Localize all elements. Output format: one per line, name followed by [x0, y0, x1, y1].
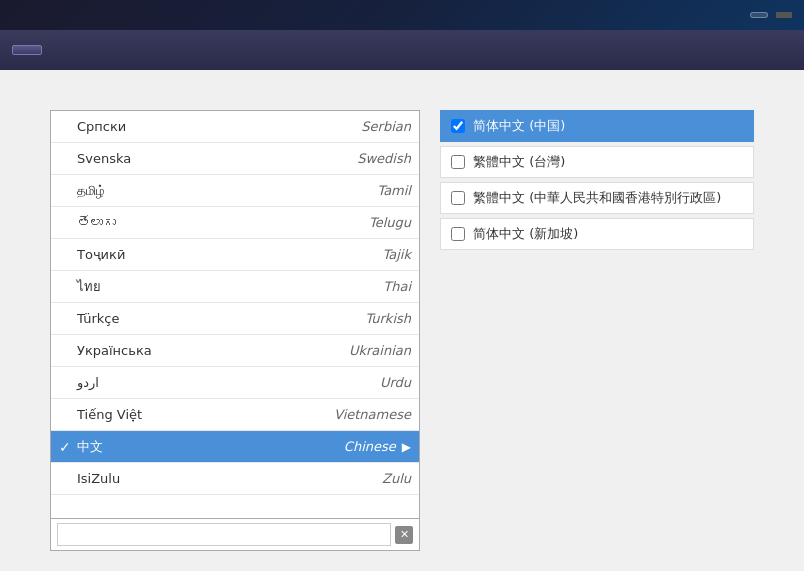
lang-english: Zulu	[311, 471, 411, 486]
lang-native: Тоҷикӣ	[77, 247, 311, 262]
lang-english: Vietnamese	[311, 407, 411, 422]
lang-native: தமிழ்	[77, 183, 311, 199]
lang-item[interactable]: ✓中文Chinese▶	[51, 431, 419, 463]
search-box: ✕	[51, 518, 419, 550]
search-clear-button[interactable]: ✕	[395, 526, 413, 544]
lang-english: Ukrainian	[311, 343, 411, 358]
locale-item[interactable]: 简体中文 (新加坡)	[440, 218, 754, 250]
lang-english: Thai	[311, 279, 411, 294]
lang-item[interactable]: தமிழ்Tamil	[51, 175, 419, 207]
main-content: СрпскиSerbianSvenskaSwedishதமிழ்Tamilతెల…	[0, 70, 804, 571]
lang-item[interactable]: IsiZuluZulu	[51, 463, 419, 495]
lang-native: Українська	[77, 343, 311, 358]
locale-item[interactable]: 繁體中文 (台灣)	[440, 146, 754, 178]
locale-checkbox[interactable]	[451, 191, 465, 205]
locale-panel: 简体中文 (中国)繁體中文 (台灣)繁體中文 (中華人民共和國香港特別行政區)简…	[440, 110, 754, 551]
lang-native: ไทย	[77, 276, 311, 297]
lang-english: Tamil	[311, 183, 411, 198]
locale-item[interactable]: 简体中文 (中国)	[440, 110, 754, 142]
lang-checkmark: ✓	[59, 439, 77, 455]
lang-english: Swedish	[311, 151, 411, 166]
lang-arrow-icon: ▶	[402, 440, 411, 454]
lang-english: Chinese	[296, 439, 396, 454]
lang-english: Tajik	[311, 247, 411, 262]
language-list: СрпскиSerbianSvenskaSwedishதமிழ்Tamilతెల…	[51, 111, 419, 518]
locale-item[interactable]: 繁體中文 (中華人民共和國香港特別行政區)	[440, 182, 754, 214]
lang-native: اردو	[77, 375, 311, 390]
toolbar	[0, 30, 804, 70]
lang-native: 中文	[77, 438, 296, 456]
lang-english: Telugu	[311, 215, 411, 230]
lang-native: Svenska	[77, 151, 311, 166]
header-right	[742, 12, 792, 18]
lang-item[interactable]: СрпскиSerbian	[51, 111, 419, 143]
header	[0, 0, 804, 30]
lang-native: Tiếng Việt	[77, 407, 311, 422]
lang-english: Serbian	[311, 119, 411, 134]
locale-label: 简体中文 (新加坡)	[473, 225, 578, 243]
lang-native: Türkçe	[77, 311, 311, 326]
language-panel: СрпскиSerbianSvenskaSwedishதமிழ்Tamilతెల…	[50, 110, 420, 551]
locale-checkbox[interactable]	[451, 155, 465, 169]
lang-item[interactable]: TürkçeTurkish	[51, 303, 419, 335]
done-button[interactable]	[12, 45, 42, 55]
lang-native: IsiZulu	[77, 471, 311, 486]
lang-item[interactable]: SvenskaSwedish	[51, 143, 419, 175]
locale-label: 繁體中文 (中華人民共和國香港特別行政區)	[473, 189, 721, 207]
lang-item[interactable]: Tiếng ViệtVietnamese	[51, 399, 419, 431]
locale-label: 繁體中文 (台灣)	[473, 153, 565, 171]
lang-english: Turkish	[311, 311, 411, 326]
lang-native: Српски	[77, 119, 311, 134]
locale-checkbox[interactable]	[451, 119, 465, 133]
lang-native: తెలుగు	[77, 215, 311, 230]
lang-item[interactable]: ไทยThai	[51, 271, 419, 303]
lang-item[interactable]: УкраїнськаUkrainian	[51, 335, 419, 367]
locale-label: 简体中文 (中国)	[473, 117, 565, 135]
lang-item[interactable]: తెలుగుTelugu	[51, 207, 419, 239]
lang-english: Urdu	[311, 375, 411, 390]
help-button[interactable]	[776, 12, 792, 18]
locale-checkbox[interactable]	[451, 227, 465, 241]
keyboard-input[interactable]	[750, 12, 768, 18]
lang-item[interactable]: اردوUrdu	[51, 367, 419, 399]
content-row: СрпскиSerbianSvenskaSwedishதமிழ்Tamilతెల…	[50, 110, 754, 551]
search-input[interactable]	[57, 523, 391, 546]
lang-item[interactable]: ТоҷикӣTajik	[51, 239, 419, 271]
